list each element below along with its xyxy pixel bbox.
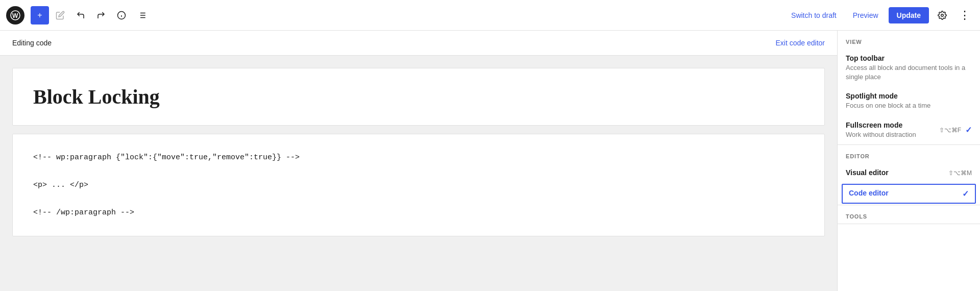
switch-to-draft-button[interactable]: Switch to draft <box>785 7 843 23</box>
more-options-button[interactable]: ⋮ <box>955 6 974 25</box>
spotlight-mode-item[interactable]: Spotlight mode Focus on one block at a t… <box>838 87 980 115</box>
code-block[interactable]: <!-- wp:paragraph {"lock":{"move":true,"… <box>12 134 825 236</box>
toolbar-right: Switch to draft Preview Update ⋮ <box>785 6 974 25</box>
top-toolbar-desc: Access all block and document tools in a… <box>846 63 972 82</box>
visual-editor-item[interactable]: Visual editor ⇧⌥⌘M <box>838 163 980 183</box>
fullscreen-mode-item[interactable]: Fullscreen mode Work without distraction… <box>838 116 980 144</box>
editor-area: Editing code Exit code editor Block Lock… <box>0 31 837 291</box>
wp-logo[interactable]: W <box>6 6 24 25</box>
main-layout: Editing code Exit code editor Block Lock… <box>0 31 980 291</box>
exit-code-editor-button[interactable]: Exit code editor <box>776 39 825 47</box>
code-content[interactable]: <!-- wp:paragraph {"lock":{"move":true,"… <box>33 151 804 220</box>
list-view-button[interactable] <box>133 6 151 25</box>
fullscreen-mode-desc: Work without distraction <box>846 130 916 139</box>
code-editor-item[interactable]: Code editor ✓ <box>842 184 976 204</box>
editor-section-header: EDITOR <box>838 145 980 163</box>
top-toolbar-title: Top toolbar <box>846 54 972 62</box>
svg-text:W: W <box>12 12 18 19</box>
undo-button[interactable] <box>71 6 90 25</box>
add-block-button[interactable]: + <box>31 6 49 25</box>
preview-button[interactable]: Preview <box>847 7 885 23</box>
tools-section: TOOLS <box>838 205 980 224</box>
view-section: VIEW Top toolbar Access all block and do… <box>838 31 980 145</box>
view-section-header: VIEW <box>838 31 980 49</box>
editor-section: EDITOR Visual editor ⇧⌥⌘M Code editor ✓ <box>838 145 980 205</box>
tools-section-header: TOOLS <box>838 205 980 224</box>
editing-code-bar: Editing code Exit code editor <box>0 31 837 56</box>
code-editor-title: Code editor <box>849 189 889 197</box>
fullscreen-checkmark: ✓ <box>965 125 972 135</box>
settings-button[interactable] <box>933 6 951 25</box>
svg-point-11 <box>941 14 944 16</box>
code-editor-checkmark: ✓ <box>962 189 969 199</box>
update-button[interactable]: Update <box>889 7 929 23</box>
fullscreen-mode-title: Fullscreen mode <box>846 121 916 129</box>
info-button[interactable] <box>112 6 131 25</box>
right-panel: VIEW Top toolbar Access all block and do… <box>837 31 980 291</box>
spotlight-mode-desc: Focus on one block at a time <box>846 101 972 110</box>
visual-editor-title: Visual editor <box>846 168 889 177</box>
top-toolbar: W + Switch to draft Preview Update ⋮ <box>0 0 980 31</box>
title-block: Block Locking <box>12 68 825 126</box>
redo-button[interactable] <box>92 6 110 25</box>
editing-code-label: Editing code <box>12 39 52 47</box>
toolbar-left: W + <box>6 6 785 25</box>
post-title: Block Locking <box>33 85 804 109</box>
visual-editor-shortcut: ⇧⌥⌘M <box>948 169 972 177</box>
spotlight-mode-title: Spotlight mode <box>846 92 972 100</box>
editor-content: Block Locking <!-- wp:paragraph {"lock":… <box>0 56 837 249</box>
edit-button[interactable] <box>51 6 69 25</box>
top-toolbar-item[interactable]: Top toolbar Access all block and documen… <box>838 49 980 87</box>
fullscreen-shortcut: ⇧⌥⌘F <box>939 127 961 134</box>
